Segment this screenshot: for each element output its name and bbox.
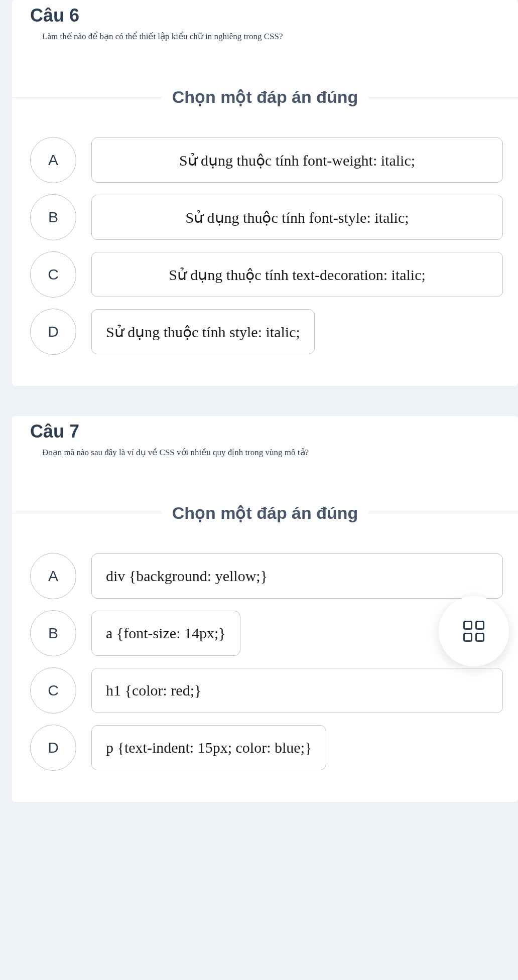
fab-button[interactable] [439, 596, 509, 666]
option-text[interactable]: Sử dụng thuộc tính font-weight: italic; [91, 137, 503, 183]
option-row[interactable]: B Sử dụng thuộc tính font-style: italic; [30, 194, 503, 240]
option-text[interactable]: Sử dụng thuộc tính font-style: italic; [91, 195, 503, 240]
option-text[interactable]: a {font-size: 14px;} [91, 611, 240, 656]
options-list: A div {background: yellow;} B a {font-si… [12, 553, 518, 771]
option-letter[interactable]: C [30, 667, 76, 714]
option-letter[interactable]: D [30, 309, 76, 355]
option-row[interactable]: A Sử dụng thuộc tính font-weight: italic… [30, 137, 503, 183]
option-text[interactable]: h1 {color: red;} [91, 668, 503, 713]
option-letter[interactable]: B [30, 194, 76, 240]
instruction-divider: Chọn một đáp án đúng [12, 87, 518, 107]
instruction-label: Chọn một đáp án đúng [161, 87, 369, 107]
question-card: Câu 6 Làm thế nào để bạn có thể thiết lậ… [12, 0, 518, 386]
question-text: Làm thế nào để bạn có thể thiết lập kiểu… [12, 26, 518, 42]
option-row[interactable]: D Sử dụng thuộc tính style: italic; [30, 309, 503, 355]
divider-line [369, 97, 518, 97]
divider-line [369, 513, 518, 513]
option-row[interactable]: A div {background: yellow;} [30, 553, 503, 599]
question-title: Câu 6 [12, 0, 518, 26]
option-row[interactable]: D p {text-indent: 15px; color: blue;} [30, 725, 503, 771]
option-letter[interactable]: C [30, 251, 76, 298]
option-letter[interactable]: B [30, 610, 76, 656]
options-list: A Sử dụng thuộc tính font-weight: italic… [12, 137, 518, 355]
option-letter[interactable]: A [30, 137, 76, 183]
question-title: Câu 7 [12, 416, 518, 442]
question-card: Câu 7 Đoạn mã nào sau đây là ví dụ về CS… [12, 416, 518, 802]
option-row[interactable]: C h1 {color: red;} [30, 667, 503, 714]
instruction-label: Chọn một đáp án đúng [161, 503, 369, 523]
option-text[interactable]: div {background: yellow;} [91, 553, 503, 599]
grid-icon [463, 621, 484, 642]
option-text[interactable]: Sử dụng thuộc tính text-decoration: ital… [91, 252, 503, 297]
option-row[interactable]: B a {font-size: 14px;} [30, 610, 503, 656]
divider-line [12, 513, 161, 513]
question-text: Đoạn mã nào sau đây là ví dụ về CSS với … [12, 442, 518, 458]
instruction-divider: Chọn một đáp án đúng [12, 503, 518, 523]
option-text[interactable]: p {text-indent: 15px; color: blue;} [91, 725, 326, 770]
option-letter[interactable]: A [30, 553, 76, 599]
option-text[interactable]: Sử dụng thuộc tính style: italic; [91, 309, 315, 354]
option-letter[interactable]: D [30, 725, 76, 771]
divider-line [12, 97, 161, 97]
option-row[interactable]: C Sử dụng thuộc tính text-decoration: it… [30, 251, 503, 298]
